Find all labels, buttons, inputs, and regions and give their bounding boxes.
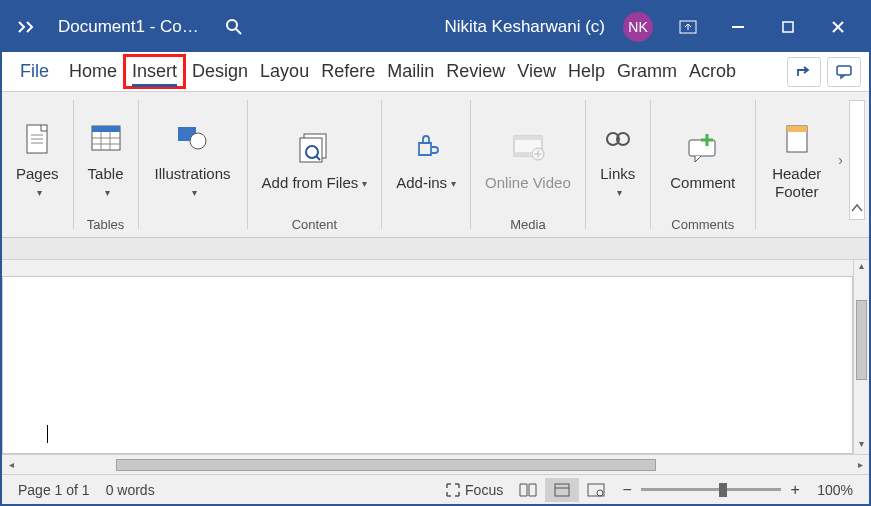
read-mode-button[interactable] xyxy=(511,478,545,502)
svg-rect-26 xyxy=(514,136,542,140)
group-illustrations: Illustrations▾ xyxy=(139,92,247,237)
online-video-icon xyxy=(510,124,546,172)
pages-icon xyxy=(21,115,53,163)
title-bar: Document1 - Co… Nikita Kesharwani (c) NK xyxy=(2,2,869,52)
zoom-slider-knob[interactable] xyxy=(719,483,727,497)
svg-rect-28 xyxy=(689,140,715,156)
svg-rect-7 xyxy=(837,66,851,75)
pages-button[interactable]: Pages▾ xyxy=(6,111,69,204)
illustrations-label: Illustrations xyxy=(155,165,231,182)
svg-rect-27 xyxy=(514,152,532,156)
scroll-down-arrow-icon[interactable]: ▾ xyxy=(859,438,864,454)
focus-mode-button[interactable]: Focus xyxy=(437,482,511,498)
comments-group-label: Comments xyxy=(651,217,755,237)
addins-label: Add-ins xyxy=(396,174,447,191)
vscroll-thumb[interactable] xyxy=(856,300,867,380)
svg-line-1 xyxy=(236,29,241,34)
web-layout-button[interactable] xyxy=(579,478,613,502)
scroll-left-arrow-icon[interactable]: ◂ xyxy=(2,459,20,470)
close-button[interactable] xyxy=(813,3,863,51)
table-button[interactable]: Table▾ xyxy=(78,111,134,204)
focus-label: Focus xyxy=(465,482,503,498)
svg-point-19 xyxy=(190,133,206,149)
table-label: Table xyxy=(88,165,124,182)
zoom-control: − + 100% xyxy=(619,481,861,499)
add-from-files-label: Add from Files xyxy=(262,174,359,191)
word-count-status[interactable]: 0 words xyxy=(98,482,163,498)
comment-icon xyxy=(683,124,723,172)
online-video-button: Online Video xyxy=(475,120,581,195)
comment-button[interactable]: Comment xyxy=(655,120,751,195)
scroll-up-arrow-icon[interactable]: ▴ xyxy=(859,260,864,276)
group-pages: Pages▾ xyxy=(2,92,73,237)
tab-layout[interactable]: Layou xyxy=(254,55,315,88)
tab-grammarly[interactable]: Gramm xyxy=(611,55,683,88)
horizontal-scrollbar[interactable]: ◂ ▸ xyxy=(2,454,869,474)
zoom-out-button[interactable]: − xyxy=(619,481,635,499)
maximize-button[interactable] xyxy=(763,3,813,51)
hscroll-track[interactable] xyxy=(20,459,851,471)
illustrations-icon xyxy=(174,115,212,163)
tab-help[interactable]: Help xyxy=(562,55,611,88)
web-layout-icon xyxy=(586,482,606,498)
add-from-files-icon xyxy=(294,124,334,172)
tab-view[interactable]: View xyxy=(511,55,562,88)
scroll-right-arrow-icon[interactable]: ▸ xyxy=(851,459,869,470)
ribbon-scroll-right[interactable]: › xyxy=(838,152,843,168)
addins-icon xyxy=(411,124,441,172)
page-number-status[interactable]: Page 1 of 1 xyxy=(10,482,98,498)
tab-design[interactable]: Design xyxy=(186,55,254,88)
horizontal-ruler[interactable] xyxy=(2,238,869,260)
document-page[interactable] xyxy=(2,276,853,454)
content-group-label: Content xyxy=(248,217,382,237)
tab-insert[interactable]: Insert xyxy=(123,54,186,89)
tab-references[interactable]: Refere xyxy=(315,55,381,88)
group-comments: Comment Comments xyxy=(651,92,755,237)
vscroll-track[interactable] xyxy=(854,276,869,438)
comment-label: Comment xyxy=(670,174,735,191)
tab-review[interactable]: Review xyxy=(440,55,511,88)
focus-icon xyxy=(445,482,461,498)
tab-acrobat[interactable]: Acrob xyxy=(683,55,742,88)
links-icon xyxy=(601,115,635,163)
minimize-button[interactable] xyxy=(713,3,763,51)
zoom-slider[interactable] xyxy=(641,488,781,491)
links-label: Links xyxy=(600,165,635,182)
quick-access-more-icon[interactable] xyxy=(8,21,46,33)
print-layout-button[interactable] xyxy=(545,478,579,502)
group-header-footer: Header Footer xyxy=(756,92,838,237)
group-content: Add from Files▾ Content xyxy=(248,92,382,237)
addins-button[interactable]: Add-ins▾ xyxy=(386,120,466,195)
zoom-in-button[interactable]: + xyxy=(787,481,803,499)
collapse-ribbon-button[interactable] xyxy=(849,100,865,220)
share-button[interactable] xyxy=(787,57,821,87)
user-name-label[interactable]: Nikita Kesharwani (c) xyxy=(444,17,613,37)
table-icon xyxy=(88,115,124,163)
comments-pane-button[interactable] xyxy=(827,57,861,87)
tab-file[interactable]: File xyxy=(10,55,63,88)
ribbon-tabs: File Home Insert Design Layou Refere Mai… xyxy=(2,52,869,92)
header-footer-label: Header Footer xyxy=(770,165,824,200)
header-footer-icon xyxy=(782,115,812,163)
group-tables: Table▾ Tables xyxy=(74,92,138,237)
links-button[interactable]: Links▾ xyxy=(590,111,646,204)
tab-mailings[interactable]: Mailin xyxy=(381,55,440,88)
svg-point-36 xyxy=(597,490,603,496)
vertical-scrollbar[interactable]: ▴ ▾ xyxy=(853,260,869,454)
hscroll-thumb[interactable] xyxy=(116,459,656,471)
ribbon-insert: Pages▾ Table▾ Tables Illustrations▾ xyxy=(2,92,869,238)
ribbon-display-options-icon[interactable] xyxy=(663,3,713,51)
tab-home[interactable]: Home xyxy=(63,55,123,88)
illustrations-button[interactable]: Illustrations▾ xyxy=(143,111,243,204)
svg-rect-13 xyxy=(92,126,120,132)
header-footer-button[interactable]: Header Footer xyxy=(760,111,834,204)
svg-rect-32 xyxy=(787,126,807,132)
document-area: ▴ ▾ ◂ ▸ xyxy=(2,238,869,474)
svg-rect-33 xyxy=(555,484,569,496)
text-cursor xyxy=(47,425,48,443)
search-icon[interactable] xyxy=(211,18,257,36)
add-from-files-button[interactable]: Add from Files▾ xyxy=(252,120,378,195)
zoom-level-label[interactable]: 100% xyxy=(809,482,861,498)
user-avatar[interactable]: NK xyxy=(623,12,653,42)
page-viewport: ▴ ▾ xyxy=(2,260,869,454)
